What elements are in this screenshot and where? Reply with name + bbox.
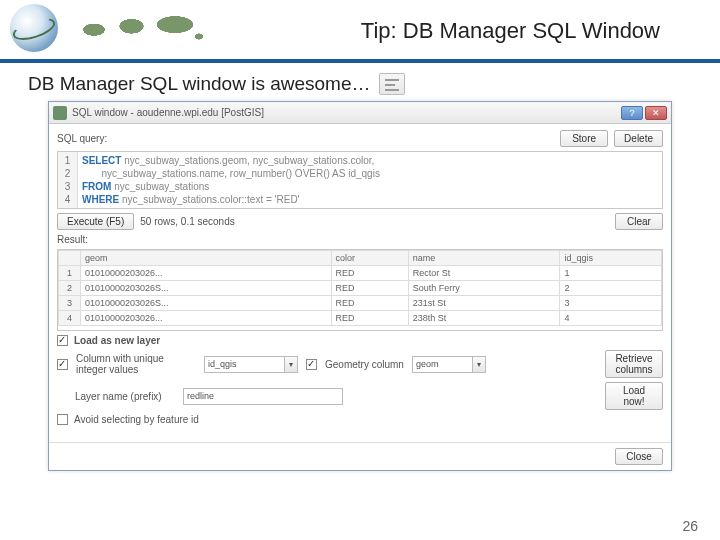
unique-col-input[interactable] <box>204 356 284 373</box>
close-button[interactable]: Close <box>615 448 663 465</box>
load-as-layer-checkbox[interactable] <box>57 335 68 346</box>
window-close-button[interactable]: ✕ <box>645 106 667 120</box>
sql-window: SQL window - aoudenne.wpi.edu [PostGIS] … <box>48 101 672 471</box>
delete-button[interactable]: Delete <box>614 130 663 147</box>
sql-window-icon <box>379 73 405 95</box>
app-icon <box>53 106 67 120</box>
execute-stats: 50 rows, 0.1 seconds <box>140 216 235 227</box>
table-row[interactable]: 101010000203026...REDRector St1 <box>59 266 662 281</box>
retrieve-columns-button[interactable]: Retrieve columns <box>605 350 663 378</box>
table-row[interactable]: 301010000203026S...RED231st St3 <box>59 296 662 311</box>
result-label: Result: <box>57 234 663 245</box>
store-button[interactable]: Store <box>560 130 608 147</box>
title-underline <box>0 59 720 63</box>
load-now-button[interactable]: Load now! <box>605 382 663 410</box>
layer-name-label: Layer name (prefix) <box>75 391 175 402</box>
slide-header: Tip: DB Manager SQL Window <box>0 0 720 55</box>
sql-editor[interactable]: 1 2 3 4 SELECT nyc_subway_stations.geom,… <box>57 151 663 209</box>
window-title: SQL window - aoudenne.wpi.edu [PostGIS] <box>72 107 264 118</box>
globe-icon <box>10 4 58 52</box>
unique-col-label: Column with unique integer values <box>76 353 196 375</box>
chevron-down-icon[interactable]: ▾ <box>472 356 486 373</box>
execute-button[interactable]: Execute (F5) <box>57 213 134 230</box>
help-button[interactable]: ? <box>621 106 643 120</box>
result-header-row: geom color name id_qgis <box>59 251 662 266</box>
intro-text: DB Manager SQL window is awesome… <box>28 73 371 95</box>
chevron-down-icon[interactable]: ▾ <box>284 356 298 373</box>
world-map-icon <box>64 11 214 45</box>
sql-text: SELECT nyc_subway_stations.geom, nyc_sub… <box>78 152 384 208</box>
geom-col-label: Geometry column <box>325 359 404 370</box>
slide-title: Tip: DB Manager SQL Window <box>361 18 660 44</box>
page-number: 26 <box>682 518 698 534</box>
unique-col-combo[interactable]: ▾ <box>204 356 298 373</box>
intro-line: DB Manager SQL window is awesome… <box>0 73 720 95</box>
clear-button[interactable]: Clear <box>615 213 663 230</box>
load-as-layer-label: Load as new layer <box>74 335 160 346</box>
result-grid[interactable]: geom color name id_qgis 101010000203026.… <box>57 249 663 331</box>
geom-col-input[interactable] <box>412 356 472 373</box>
avoid-feature-id-label: Avoid selecting by feature id <box>74 414 199 425</box>
geom-col-combo[interactable]: ▾ <box>412 356 486 373</box>
titlebar: SQL window - aoudenne.wpi.edu [PostGIS] … <box>49 102 671 124</box>
table-row[interactable]: 401010000203026...RED238th St4 <box>59 311 662 326</box>
layer-name-input[interactable] <box>183 388 343 405</box>
sql-query-label: SQL query: <box>57 133 107 144</box>
sql-gutter: 1 2 3 4 <box>58 152 78 208</box>
avoid-feature-id-checkbox[interactable] <box>57 414 68 425</box>
unique-col-checkbox[interactable] <box>57 359 68 370</box>
geom-col-checkbox[interactable] <box>306 359 317 370</box>
table-row[interactable]: 201010000203026S...REDSouth Ferry2 <box>59 281 662 296</box>
